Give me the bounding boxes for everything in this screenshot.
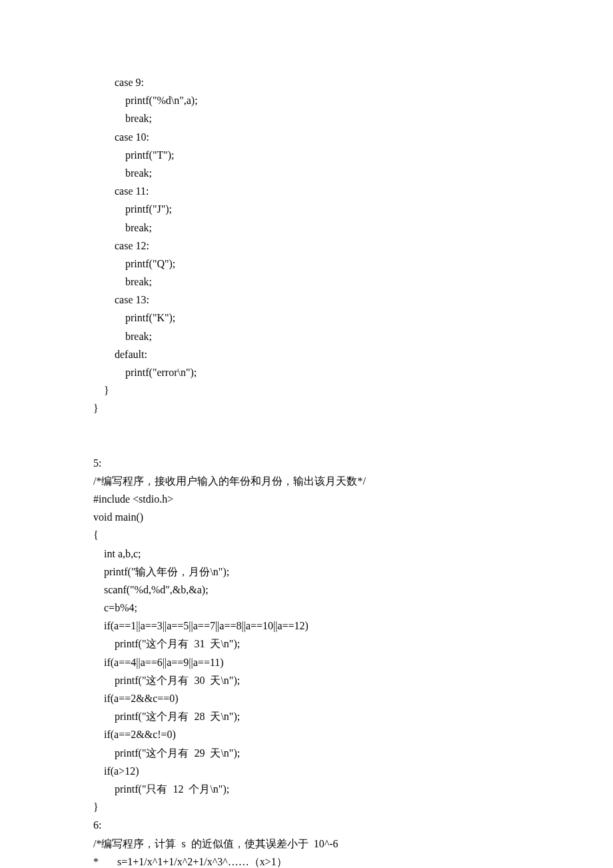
code-line: } xyxy=(93,381,520,399)
code-line: printf("error\n"); xyxy=(93,363,520,381)
code-line: break; xyxy=(93,219,520,237)
code-line: #include <stdio.h> xyxy=(93,490,520,508)
code-comment: /*编写程序，计算 s 的近似值，使其误差小于 10^-6 xyxy=(93,835,520,853)
code-line: if(a==1||a==3||a==5||a==7||a==8||a==10||… xyxy=(93,617,520,635)
code-line: case 12: xyxy=(93,237,520,255)
code-comment: * s=1+1/x^1+1/x^2+1/x^3^……（x>1） xyxy=(93,853,520,868)
code-line: break; xyxy=(93,164,520,182)
code-line: } xyxy=(93,798,520,816)
code-line: scanf("%d,%d",&b,&a); xyxy=(93,581,520,599)
code-line: if(a>12) xyxy=(93,762,520,780)
code-line: break; xyxy=(93,273,520,291)
code-line: printf("这个月有 30 天\n"); xyxy=(93,671,520,689)
code-line: { xyxy=(93,526,520,544)
code-line: printf("输入年份，月份\n"); xyxy=(93,563,520,581)
code-line: printf("只有 12 个月\n"); xyxy=(93,780,520,798)
code-line: break; xyxy=(93,327,520,345)
code-line: printf("K"); xyxy=(93,309,520,327)
code-line: printf("J"); xyxy=(93,200,520,218)
code-line: if(a==2&&c==0) xyxy=(93,689,520,707)
code-line: case 9: xyxy=(93,73,520,91)
code-line: printf("Q"); xyxy=(93,255,520,273)
code-line: printf("T"); xyxy=(93,146,520,164)
code-line: default: xyxy=(93,345,520,363)
blank-line xyxy=(93,418,520,436)
code-line: printf("%d\n",a); xyxy=(93,91,520,109)
code-line: break; xyxy=(93,109,520,127)
code-line: case 10: xyxy=(93,128,520,146)
code-line: void main() xyxy=(93,508,520,526)
code-line: case 11: xyxy=(93,182,520,200)
code-line: } xyxy=(93,399,520,417)
code-line: if(a==2&&c!=0) xyxy=(93,725,520,743)
section-header: 5: xyxy=(93,454,520,472)
code-line: int a,b,c; xyxy=(93,545,520,563)
code-comment: /*编写程序，接收用户输入的年份和月份，输出该月天数*/ xyxy=(93,472,520,490)
section-header: 6: xyxy=(93,816,520,834)
blank-line xyxy=(93,436,520,454)
code-line: if(a==4||a==6||a==9||a==11) xyxy=(93,653,520,671)
code-line: printf("这个月有 29 天\n"); xyxy=(93,744,520,762)
code-line: case 13: xyxy=(93,291,520,309)
code-line: printf("这个月有 28 天\n"); xyxy=(93,707,520,725)
document-page: case 9: printf("%d\n",a); break; case 10… xyxy=(0,0,613,868)
code-line: printf("这个月有 31 天\n"); xyxy=(93,635,520,653)
code-line: c=b%4; xyxy=(93,599,520,617)
